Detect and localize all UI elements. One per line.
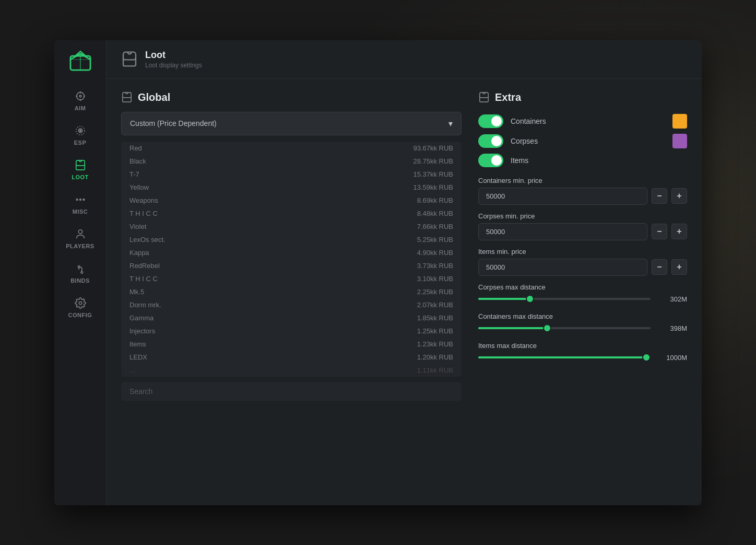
- svg-point-15: [78, 229, 82, 233]
- sidebar-item-loot[interactable]: LOOT: [54, 152, 106, 187]
- containers-min-price-row: − +: [478, 188, 687, 205]
- sidebar-item-players[interactable]: PLAYERS: [54, 221, 106, 256]
- items-min-price-label: Items min. price: [478, 248, 687, 256]
- corpses-min-price-row: − +: [478, 223, 687, 240]
- list-item[interactable]: Weapons8.69kk RUB: [121, 194, 462, 207]
- extra-panel: Extra Containers Corpses Items: [478, 91, 687, 493]
- esp-icon: [74, 124, 87, 137]
- list-item[interactable]: Yellow13.59kk RUB: [121, 181, 462, 194]
- svg-point-11: [79, 130, 81, 131]
- corpses-max-distance-track[interactable]: [478, 298, 651, 300]
- items-max-distance-label: Items max distance: [478, 342, 687, 350]
- sidebar-item-misc[interactable]: MISC: [54, 187, 106, 221]
- containers-min-price-decrement[interactable]: −: [652, 188, 667, 204]
- sidebar-item-aim[interactable]: AIM: [54, 83, 106, 118]
- containers-max-distance-value: 398M: [658, 324, 687, 332]
- items-max-distance-thumb[interactable]: [642, 353, 651, 362]
- sidebar-item-aim-label: AIM: [75, 105, 86, 111]
- svg-point-3: [76, 92, 84, 100]
- min-prices-section: Containers min. price − + Corpses min. p…: [478, 177, 687, 276]
- svg-point-17: [78, 265, 80, 268]
- list-item[interactable]: Items1.23kk RUB: [121, 338, 462, 351]
- svg-point-4: [79, 95, 81, 97]
- filter-dropdown[interactable]: Custom (Price Dependent) ▾: [121, 112, 462, 135]
- list-item[interactable]: Red93.67kk RUB: [121, 142, 462, 155]
- list-item[interactable]: T H I C C3.10kk RUB: [121, 272, 462, 285]
- svg-point-18: [79, 302, 82, 305]
- distance-section: Corpses max distance 302M Containers max…: [478, 283, 687, 362]
- binds-icon: [74, 262, 87, 275]
- corpses-min-price-label: Corpses min. price: [478, 212, 687, 220]
- list-item[interactable]: T H I C C8.48kk RUB: [121, 207, 462, 220]
- containers-toggle-row: Containers: [478, 114, 687, 129]
- list-item[interactable]: RedRebel3.73kk RUB: [121, 259, 462, 272]
- list-item[interactable]: LexOs sect.5.25kk RUB: [121, 233, 462, 246]
- dropdown-value: Custom (Price Dependent): [130, 119, 217, 127]
- corpses-min-price-input[interactable]: [478, 223, 647, 240]
- extra-title: Extra: [478, 91, 687, 103]
- list-item[interactable]: Black28.75kk RUB: [121, 155, 462, 168]
- corpses-max-distance-value: 302M: [658, 295, 687, 303]
- containers-color-swatch[interactable]: [672, 114, 687, 129]
- list-item[interactable]: ...1.11kk RUB: [121, 364, 462, 377]
- corpses-max-distance-row: Corpses max distance 302M: [478, 283, 687, 303]
- list-item[interactable]: Violet7.66kk RUB: [121, 220, 462, 233]
- items-min-price-decrement[interactable]: −: [652, 259, 667, 275]
- corpses-min-price-increment[interactable]: +: [671, 224, 687, 239]
- sidebar-item-loot-label: LOOT: [72, 174, 89, 180]
- sidebar-item-binds-label: BINDS: [70, 277, 90, 284]
- app-window: AIM ESP LOOT: [54, 40, 702, 505]
- svg-point-13: [79, 199, 81, 200]
- svg-point-16: [80, 271, 82, 273]
- items-min-price-input[interactable]: [478, 259, 647, 276]
- containers-min-price-increment[interactable]: +: [671, 188, 687, 204]
- svg-point-14: [83, 199, 85, 200]
- sidebar-item-config-label: CONFIG: [68, 312, 92, 318]
- items-min-price-row: − +: [478, 259, 687, 276]
- containers-max-distance-slider-row: 398M: [478, 324, 687, 332]
- list-item[interactable]: Kappa4.90kk RUB: [121, 246, 462, 259]
- list-item[interactable]: Gamma1.85kk RUB: [121, 311, 462, 324]
- list-item[interactable]: Injectors1.25kk RUB: [121, 324, 462, 338]
- sidebar-item-binds[interactable]: BINDS: [54, 256, 106, 290]
- items-max-distance-slider-row: 1000M: [478, 354, 687, 362]
- items-max-distance-track[interactable]: [478, 356, 651, 358]
- corpses-color-swatch[interactable]: [672, 134, 687, 148]
- containers-max-distance-track[interactable]: [478, 327, 651, 329]
- list-item[interactable]: Mk.52.25kk RUB: [121, 285, 462, 298]
- containers-max-distance-thumb[interactable]: [543, 324, 551, 332]
- items-max-distance-value: 1000M: [658, 354, 687, 362]
- main-panel: Loot Loot display settings Global Custom…: [107, 40, 702, 505]
- header-icon: [121, 51, 138, 67]
- containers-toggle[interactable]: [478, 114, 503, 128]
- list-item[interactable]: LEDX1.20kk RUB: [121, 351, 462, 364]
- sidebar-item-config[interactable]: CONFIG: [54, 290, 106, 324]
- content: Global Custom (Price Dependent) ▾ Red93.…: [107, 79, 702, 505]
- dropdown-chevron-icon: ▾: [448, 119, 453, 129]
- items-max-distance-row: Items max distance 1000M: [478, 342, 687, 362]
- global-panel: Global Custom (Price Dependent) ▾ Red93.…: [121, 91, 462, 493]
- header: Loot Loot display settings: [107, 40, 702, 79]
- svg-point-12: [76, 199, 78, 200]
- header-title: Loot: [145, 50, 202, 61]
- corpses-max-distance-thumb[interactable]: [526, 295, 534, 303]
- items-toggle[interactable]: [478, 154, 503, 167]
- containers-toggle-label: Containers: [511, 117, 665, 125]
- app-logo: [66, 45, 95, 75]
- sidebar-item-players-label: PLAYERS: [66, 243, 94, 249]
- items-max-distance-fill: [478, 356, 651, 358]
- list-item[interactable]: T-715.37kk RUB: [121, 168, 462, 181]
- corpses-min-price-decrement[interactable]: −: [652, 224, 667, 239]
- header-text: Loot Loot display settings: [145, 50, 202, 69]
- search-placeholder: Search: [129, 387, 152, 396]
- sidebar-item-esp-label: ESP: [74, 140, 87, 146]
- global-title-text: Global: [138, 91, 170, 103]
- sidebar-item-esp[interactable]: ESP: [54, 118, 106, 152]
- corpses-toggle[interactable]: [478, 134, 503, 148]
- global-title: Global: [121, 91, 462, 103]
- items-min-price-increment[interactable]: +: [671, 259, 687, 275]
- containers-min-price-input[interactable]: [478, 188, 647, 205]
- search-input[interactable]: Search: [121, 382, 462, 401]
- loot-icon: [74, 158, 87, 172]
- list-item[interactable]: Dorm mrk.2.07kk RUB: [121, 298, 462, 311]
